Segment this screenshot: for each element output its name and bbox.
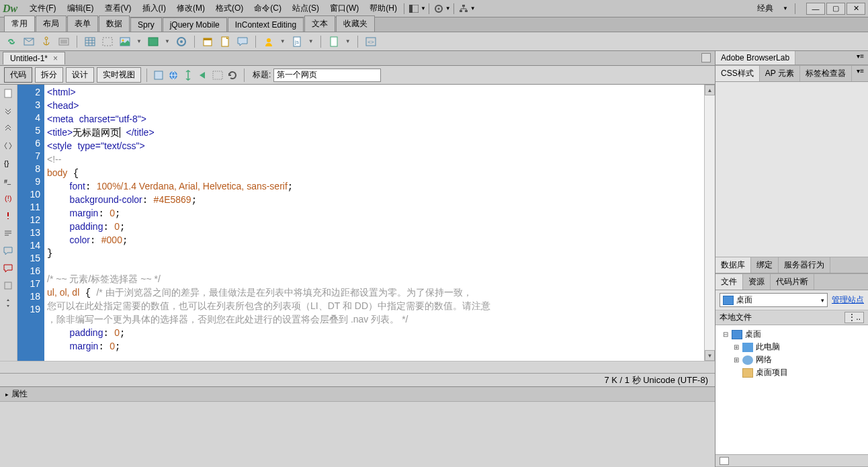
files-log-icon[interactable] bbox=[720, 457, 729, 465]
panel-assets[interactable]: 资源 bbox=[743, 274, 771, 290]
insert-tab-forms[interactable]: 表单 bbox=[67, 15, 98, 32]
title-label: 标题: bbox=[253, 69, 271, 81]
remove-comment-icon[interactable] bbox=[3, 263, 14, 274]
expand-icon[interactable] bbox=[3, 124, 14, 134]
media-icon[interactable] bbox=[147, 36, 159, 48]
panel-tag-inspector[interactable]: 标签检查器 bbox=[800, 66, 852, 81]
line-gutter: 2345678910111213141516171819 bbox=[17, 85, 44, 361]
div-icon[interactable] bbox=[101, 36, 114, 48]
menu-window[interactable]: 窗口(W) bbox=[326, 1, 363, 15]
extend-icon[interactable] bbox=[432, 2, 445, 15]
insert-tab-text[interactable]: 文本 bbox=[304, 15, 335, 32]
files-tree[interactable]: ⊟ 桌面 ⊞ 此电脑 ⊞ 网络 桌面项目 bbox=[715, 325, 868, 454]
refresh-icon[interactable] bbox=[226, 69, 238, 81]
table-icon[interactable] bbox=[84, 36, 96, 48]
insert-tab-common[interactable]: 常用 bbox=[4, 15, 35, 32]
view-code-button[interactable]: 代码 bbox=[4, 67, 32, 83]
properties-title[interactable]: 属性 bbox=[11, 388, 28, 400]
page-title-input[interactable] bbox=[273, 69, 381, 82]
inspect-icon[interactable] bbox=[153, 69, 165, 81]
panel-css-styles[interactable]: CSS样式 bbox=[715, 66, 760, 81]
collapse-icon[interactable] bbox=[3, 106, 14, 117]
site-icon[interactable] bbox=[457, 2, 470, 15]
manage-sites-link[interactable]: 管理站点 bbox=[832, 294, 864, 306]
widget-icon[interactable] bbox=[175, 36, 187, 48]
file-mgmt-icon[interactable] bbox=[182, 69, 194, 81]
image-icon[interactable] bbox=[119, 36, 131, 48]
view-design-button[interactable]: 设计 bbox=[66, 67, 94, 83]
script-icon[interactable]: js bbox=[291, 36, 303, 48]
view-live-button[interactable]: 实时视图 bbox=[97, 67, 141, 83]
insert-tab-favorites[interactable]: 收藏夹 bbox=[336, 15, 375, 32]
panel-browserlab[interactable]: Adobe BrowserLab bbox=[715, 51, 795, 65]
scroll-down-button[interactable]: ▼ bbox=[705, 350, 715, 361]
menu-view[interactable]: 查看(V) bbox=[101, 1, 136, 15]
close-button[interactable]: ✕ bbox=[847, 3, 865, 15]
panel-snippets[interactable]: 代码片断 bbox=[771, 274, 814, 290]
tree-row[interactable]: ⊞ 网络 bbox=[720, 353, 864, 366]
email-link-icon[interactable] bbox=[23, 36, 35, 48]
insert-tab-jquery[interactable]: jQuery Mobile bbox=[163, 17, 227, 32]
tree-row[interactable]: ⊟ 桌面 bbox=[720, 328, 864, 341]
open-docs-icon[interactable] bbox=[3, 89, 14, 99]
files-column-menu[interactable]: ⋮.. bbox=[844, 312, 864, 323]
insert-tab-spry[interactable]: Spry bbox=[130, 17, 162, 32]
recent-snippets-icon[interactable] bbox=[3, 281, 14, 292]
menu-edit[interactable]: 编辑(E) bbox=[63, 1, 98, 15]
menu-modify[interactable]: 修改(M) bbox=[173, 1, 209, 15]
document-tab[interactable]: Untitled-1* × bbox=[3, 52, 65, 65]
svg-point-27 bbox=[267, 38, 271, 42]
vertical-scrollbar[interactable]: ▲ ▼ bbox=[704, 85, 715, 361]
browser-preview-icon[interactable] bbox=[167, 69, 179, 81]
panel-ap-elements[interactable]: AP 元素 bbox=[760, 66, 800, 81]
view-split-button[interactable]: 拆分 bbox=[35, 67, 63, 83]
insert-tab-incontext[interactable]: InContext Editing bbox=[228, 17, 304, 32]
scroll-up-button[interactable]: ▲ bbox=[705, 85, 715, 95]
select-parent-icon[interactable] bbox=[3, 141, 14, 152]
workspace-switcher[interactable]: 经典 bbox=[752, 3, 779, 14]
code-editor[interactable]: <html> <head> <meta charset="utf-8"> <ti… bbox=[44, 85, 704, 361]
menu-format[interactable]: 格式(O) bbox=[212, 1, 247, 15]
hr-icon[interactable] bbox=[58, 36, 70, 48]
line-numbers-icon[interactable]: #_ bbox=[3, 176, 14, 187]
ssi-icon[interactable] bbox=[219, 36, 231, 48]
menu-help[interactable]: 帮助(H) bbox=[365, 1, 401, 15]
layout-icon[interactable] bbox=[407, 2, 421, 15]
restore-doc-icon[interactable] bbox=[701, 53, 711, 62]
comment-icon[interactable] bbox=[236, 36, 249, 48]
highlight-invalid-icon[interactable]: (!) bbox=[3, 194, 14, 204]
menu-site[interactable]: 站点(S) bbox=[288, 1, 323, 15]
anchor-icon[interactable] bbox=[40, 36, 52, 48]
close-tab-icon[interactable]: × bbox=[53, 54, 58, 63]
hyperlink-icon[interactable] bbox=[5, 36, 17, 48]
word-wrap-icon[interactable] bbox=[3, 228, 14, 239]
files-column-header[interactable]: 本地文件 bbox=[720, 312, 752, 323]
apply-comment-icon[interactable] bbox=[3, 246, 14, 257]
template-icon[interactable] bbox=[328, 36, 340, 48]
minimize-button[interactable]: — bbox=[806, 3, 825, 15]
panel-menu-icon[interactable]: ▾≡ bbox=[853, 66, 868, 81]
balance-braces-icon[interactable]: {} bbox=[3, 159, 14, 169]
move-icon[interactable] bbox=[3, 298, 14, 309]
head-icon[interactable] bbox=[263, 36, 275, 48]
menu-file[interactable]: 文件(F) bbox=[26, 1, 60, 15]
site-dropdown[interactable]: 桌面 ▾ bbox=[720, 293, 828, 307]
tag-selector-bar[interactable] bbox=[0, 361, 715, 373]
syntax-error-icon[interactable] bbox=[3, 211, 14, 222]
preview-debug-icon[interactable] bbox=[197, 69, 209, 81]
panel-server-behaviors[interactable]: 服务器行为 bbox=[779, 257, 830, 273]
date-icon[interactable] bbox=[202, 36, 214, 48]
menu-insert[interactable]: 插入(I) bbox=[138, 1, 170, 15]
tree-row[interactable]: ⊞ 此电脑 bbox=[720, 341, 864, 353]
insert-tab-data[interactable]: 数据 bbox=[99, 15, 130, 32]
panel-files[interactable]: 文件 bbox=[715, 274, 743, 290]
panel-bindings[interactable]: 绑定 bbox=[751, 257, 779, 273]
menu-commands[interactable]: 命令(C) bbox=[250, 1, 286, 15]
insert-tab-layout[interactable]: 布局 bbox=[36, 15, 67, 32]
visual-aids-icon[interactable] bbox=[212, 69, 224, 81]
tree-row[interactable]: 桌面项目 bbox=[720, 366, 864, 379]
tag-chooser-icon[interactable]: <> bbox=[365, 36, 377, 48]
maximize-button[interactable]: ▢ bbox=[826, 3, 845, 15]
panel-menu-icon[interactable]: ▾≡ bbox=[853, 51, 868, 65]
panel-databases[interactable]: 数据库 bbox=[715, 257, 751, 273]
